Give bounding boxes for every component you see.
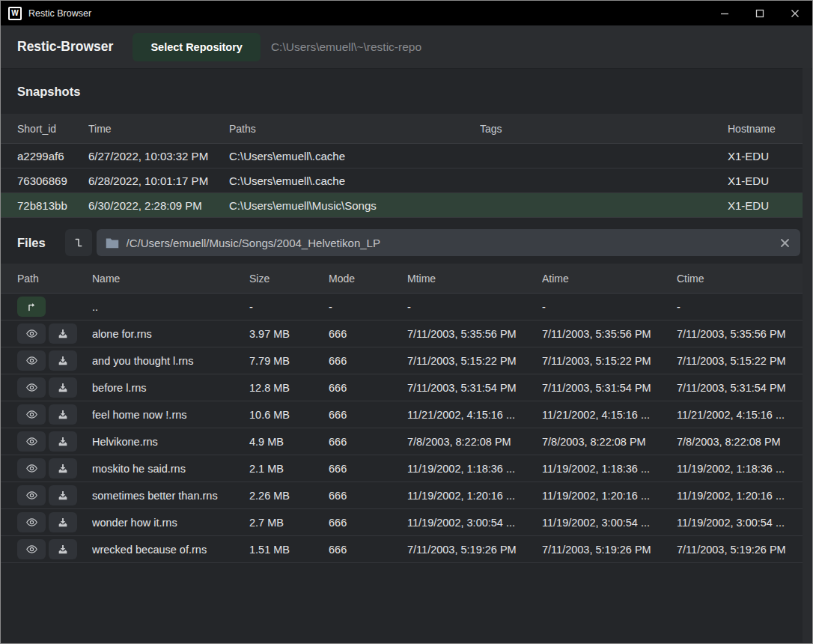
- maximize-button[interactable]: [742, 1, 777, 25]
- files-toolbar: Files /C/Users/emuell/Music/Songs/2004_H…: [1, 228, 803, 264]
- file-name: ..: [92, 301, 249, 313]
- files-path-text: /C/Users/emuell/Music/Songs/2004_Helveti…: [127, 237, 779, 249]
- file-ctime: 7/11/2003, 5:35:56 PM: [677, 328, 787, 340]
- page-title: Restic-Browser: [17, 39, 113, 55]
- download-file-button[interactable]: [49, 323, 77, 344]
- close-icon: [791, 9, 800, 18]
- file-row[interactable]: moskito he said.rns 2.1 MB 666 11/19/200…: [1, 455, 803, 482]
- snapshot-short-id: a2299af6: [17, 150, 88, 162]
- file-row[interactable]: sometimes better than.rns 2.26 MB 666 11…: [1, 482, 803, 509]
- file-atime: 7/11/2003, 5:15:22 PM: [542, 355, 677, 367]
- snapshot-row[interactable]: 76306869 6/28/2022, 10:01:17 PM C:\Users…: [1, 168, 803, 193]
- snapshot-time: 6/27/2022, 10:03:32 PM: [88, 150, 229, 162]
- preview-file-button[interactable]: [17, 377, 46, 398]
- file-row[interactable]: before l.rns 12.8 MB 666 7/11/2003, 5:31…: [1, 374, 803, 401]
- file-name: Helvikone.rns: [92, 436, 249, 448]
- parent-directory-row[interactable]: .. - - - - -: [1, 294, 803, 321]
- download-icon: [57, 463, 69, 475]
- file-ctime: 7/11/2003, 5:31:54 PM: [677, 382, 787, 394]
- titlebar: W Restic Browser: [1, 1, 812, 25]
- download-file-button[interactable]: [49, 404, 77, 425]
- app-window: W Restic Browser Restic-Browser Select R…: [0, 0, 813, 644]
- file-row[interactable]: alone for.rns 3.97 MB 666 7/11/2003, 5:3…: [1, 321, 803, 347]
- file-mtime: 11/19/2002, 3:00:54 ...: [407, 517, 542, 529]
- file-atime: 11/21/2002, 4:15:16 ...: [542, 409, 677, 421]
- file-row[interactable]: Helvikone.rns 4.9 MB 666 7/8/2003, 8:22:…: [1, 428, 803, 455]
- file-size: 2.26 MB: [249, 490, 329, 502]
- file-name: alone for.rns: [92, 328, 249, 340]
- window-controls: [707, 1, 812, 25]
- file-row[interactable]: and you thought l.rns 7.79 MB 666 7/11/2…: [1, 347, 803, 374]
- download-file-button[interactable]: [49, 458, 77, 479]
- file-atime: -: [542, 301, 677, 313]
- restore-level-button[interactable]: [65, 229, 92, 256]
- download-icon: [57, 382, 69, 394]
- download-icon: [57, 436, 69, 448]
- column-header-hostname: Hostname: [728, 123, 787, 135]
- download-file-button[interactable]: [49, 350, 77, 371]
- clear-path-button[interactable]: [779, 237, 791, 249]
- file-size: 1.51 MB: [249, 544, 329, 556]
- file-ctime: 11/19/2002, 3:00:54 ...: [677, 517, 787, 529]
- snapshot-row[interactable]: a2299af6 6/27/2022, 10:03:32 PM C:\Users…: [1, 144, 803, 168]
- snapshot-hostname: X1-EDU: [728, 174, 787, 187]
- file-mtime: 7/11/2003, 5:35:56 PM: [407, 328, 542, 340]
- preview-eye-icon: [25, 516, 38, 529]
- window-title: Restic Browser: [28, 8, 91, 19]
- file-row[interactable]: wonder how it.rns 2.7 MB 666 11/19/2002,…: [1, 509, 803, 536]
- file-size: 2.1 MB: [249, 463, 329, 475]
- repository-path: C:\Users\emuell\~\restic-repo: [271, 40, 421, 54]
- preview-eye-icon: [25, 408, 38, 421]
- go-up-directory-button[interactable]: [17, 297, 46, 317]
- preview-file-button[interactable]: [17, 539, 46, 559]
- file-mode: 666: [329, 328, 407, 340]
- file-ctime: 7/11/2003, 5:15:22 PM: [677, 355, 787, 367]
- snapshot-short-id: 72b813bb: [17, 199, 88, 212]
- files-heading-label: Files: [17, 229, 46, 256]
- snapshot-short-id: 76306869: [17, 174, 88, 187]
- file-mtime: 11/19/2002, 1:18:36 ...: [407, 463, 542, 475]
- file-ctime: 11/19/2002, 1:20:16 ...: [677, 490, 787, 502]
- preview-eye-icon: [25, 327, 38, 340]
- preview-file-button[interactable]: [17, 485, 46, 505]
- file-size: -: [249, 301, 329, 313]
- restore-level-icon: [72, 236, 85, 249]
- column-header-paths: Paths: [229, 123, 480, 135]
- preview-file-button[interactable]: [17, 404, 46, 425]
- file-ctime: -: [677, 301, 787, 313]
- preview-file-button[interactable]: [17, 458, 46, 479]
- file-mode: 666: [329, 544, 407, 556]
- minimize-button[interactable]: [707, 1, 742, 25]
- file-atime: 11/19/2002, 1:20:16 ...: [542, 490, 677, 502]
- scrollbar-gutter: [803, 68, 812, 643]
- file-atime: 11/19/2002, 1:18:36 ...: [542, 463, 677, 475]
- download-file-button[interactable]: [49, 377, 77, 398]
- download-file-button[interactable]: [49, 485, 77, 505]
- file-mtime: 11/21/2002, 4:15:16 ...: [407, 409, 542, 421]
- file-row[interactable]: wrecked because of.rns 1.51 MB 666 7/11/…: [1, 536, 803, 563]
- preview-file-button[interactable]: [17, 350, 46, 371]
- download-icon: [57, 517, 69, 529]
- snapshot-time: 6/30/2022, 2:28:09 PM: [88, 199, 229, 212]
- preview-file-button[interactable]: [17, 512, 46, 532]
- files-path-input[interactable]: /C/Users/emuell/Music/Songs/2004_Helveti…: [97, 229, 800, 256]
- preview-file-button[interactable]: [17, 323, 46, 344]
- preview-eye-icon: [25, 354, 38, 367]
- file-mtime: 7/11/2003, 5:19:26 PM: [407, 544, 542, 556]
- preview-file-button[interactable]: [17, 431, 46, 452]
- file-mode: 666: [329, 436, 407, 448]
- file-name: and you thought l.rns: [92, 355, 249, 367]
- download-file-button[interactable]: [49, 431, 77, 452]
- close-button[interactable]: [777, 1, 812, 25]
- file-row[interactable]: feel home now !.rns 10.6 MB 666 11/21/20…: [1, 401, 803, 428]
- select-repository-button[interactable]: Select Repository: [133, 33, 261, 61]
- file-mode: 666: [329, 382, 407, 394]
- download-file-button[interactable]: [49, 512, 77, 532]
- file-mtime: 7/11/2003, 5:15:22 PM: [407, 355, 542, 367]
- file-atime: 7/8/2003, 8:22:08 PM: [542, 436, 677, 448]
- snapshot-row-selected[interactable]: 72b813bb 6/30/2022, 2:28:09 PM C:\Users\…: [1, 193, 803, 218]
- files-table-header: Path Name Size Mode Mtime Atime Ctime: [1, 264, 803, 294]
- column-header-path: Path: [17, 273, 92, 285]
- preview-eye-icon: [25, 435, 38, 448]
- download-file-button[interactable]: [49, 539, 77, 559]
